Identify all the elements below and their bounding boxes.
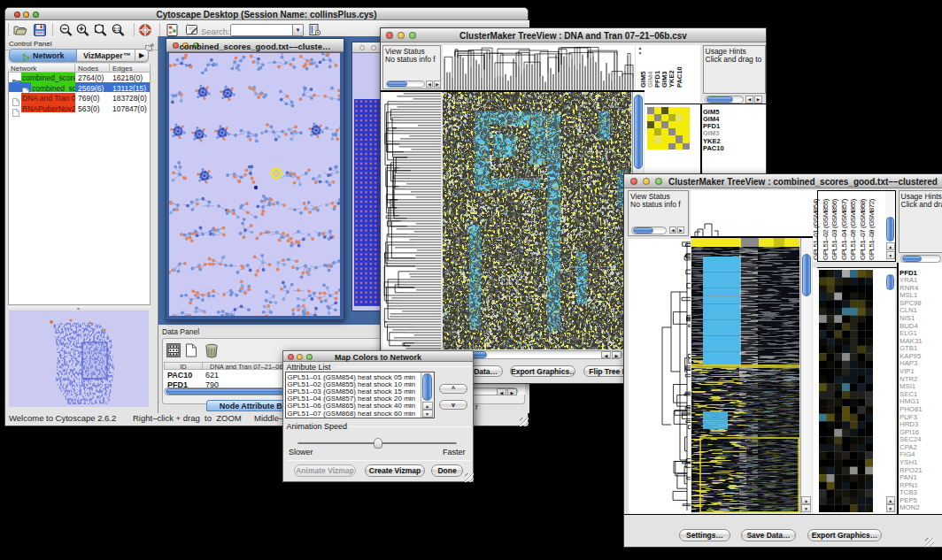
svg-text:1:1: 1:1: [113, 27, 120, 32]
